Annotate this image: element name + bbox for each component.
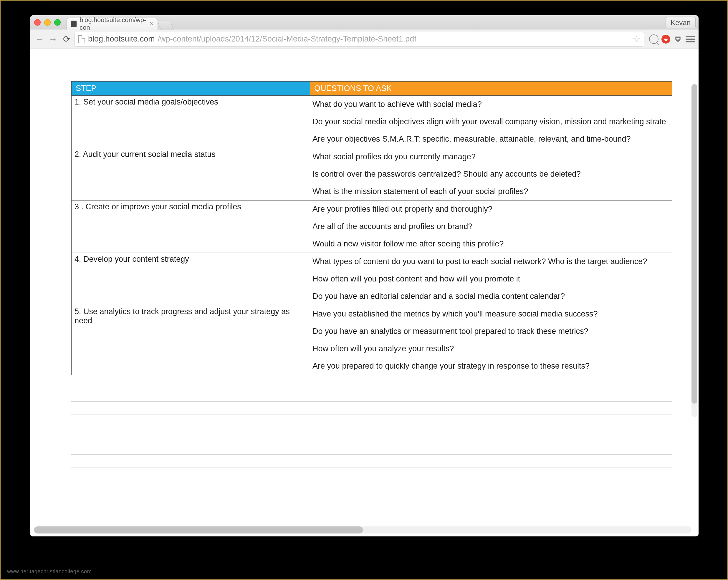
table-row-questions: Are your profiles filled out properly an… [310,201,672,253]
titlebar: blog.hootsuite.com/wp-con × Kevan [30,15,699,29]
horizontal-scroll-thumb[interactable] [34,526,363,533]
question-line: Do you have an editorial calendar and a … [310,288,672,305]
table-row-step: 3 . Create or improve your social media … [72,201,310,253]
forward-button[interactable]: → [47,33,59,45]
vertical-scrollbar[interactable] [692,84,697,417]
browser-tab[interactable]: blog.hootsuite.com/wp-con × [67,18,158,30]
table-row-step: 5. Use analytics to track progress and a… [72,305,310,375]
question-line: How often will you post content and how … [310,270,672,288]
question-line: Have you established the metrics by whic… [310,305,672,323]
url-path: /wp-content/uploads/2014/12/Social-Media… [158,34,416,44]
question-line: What types of content do you want to pos… [310,253,672,270]
question-line: Are your objectives S.M.A.R.T: specific,… [310,130,672,148]
question-line: How often will you analyze your results? [310,340,672,358]
address-bar[interactable]: blog.hootsuite.com/wp-content/uploads/20… [74,32,644,47]
empty-row [71,415,672,428]
table-row-questions: What social profiles do you currently ma… [310,148,672,201]
tab-close-button[interactable]: × [150,20,153,28]
question-line: Do you have an analytics or measurment t… [310,323,672,340]
question-line: Are you prepared to quickly change your … [310,358,672,375]
back-button[interactable]: ← [33,33,45,45]
site-info-icon[interactable] [78,35,85,43]
tab-favicon [71,21,77,27]
header-step: STEP [72,82,310,96]
pocket-extension-icon[interactable] [673,34,683,44]
toolbar: ← → ⟳ blog.hootsuite.com/wp-content/uplo… [30,29,699,49]
url-host: blog.hootsuite.com [88,34,155,44]
horizontal-scrollbar[interactable] [34,526,692,533]
empty-row [71,375,672,388]
page-viewport: STEP QUESTIONS TO ASK 1. Set your social… [30,49,699,536]
table-row-step: 2. Audit your current social media statu… [72,148,310,201]
question-line: Are all of the accounts and profiles on … [310,218,672,235]
window-minimize-button[interactable] [44,19,51,26]
empty-row [71,454,672,468]
profile-badge[interactable]: Kevan [666,17,696,28]
watermark: www.heritagechristiancollege.com [7,569,92,575]
bookmark-star-icon[interactable]: ☆ [632,34,641,44]
new-tab-button[interactable] [157,21,174,30]
empty-row [71,402,672,415]
question-line: Do your social media objectives align wi… [310,113,672,130]
header-questions: QUESTIONS TO ASK [310,82,672,96]
question-line: Would a new visitor follow me after seei… [310,235,672,253]
question-line: Is control over the passwords centralize… [310,165,672,183]
empty-row [71,441,672,454]
question-line: What social profiles do you currently ma… [310,148,672,165]
empty-row [71,481,672,494]
window-close-button[interactable] [34,19,41,26]
ublock-extension-icon[interactable] [661,35,670,44]
empty-row [71,388,672,402]
chrome-menu-button[interactable] [685,36,695,43]
question-line: What is the mission statement of each of… [310,183,672,200]
table-row-questions: What do you want to achieve with social … [310,96,672,148]
vertical-scroll-thumb[interactable] [692,84,697,404]
tab-title: blog.hootsuite.com/wp-con [79,16,147,31]
reload-button[interactable]: ⟳ [61,33,73,45]
question-line: Are your profiles filled out properly an… [310,201,672,218]
window-maximize-button[interactable] [54,19,61,26]
browser-window: blog.hootsuite.com/wp-con × Kevan ← → ⟳ … [30,15,699,536]
empty-row [71,468,672,481]
table-row-questions: Have you established the metrics by whic… [310,305,672,375]
question-line: What do you want to achieve with social … [310,96,672,113]
table-row-step: 4. Develop your content strategy [72,253,310,305]
table-row-step: 1. Set your social media goals/objective… [72,96,310,148]
table-row-questions: What types of content do you want to pos… [310,253,672,305]
zoom-icon[interactable] [649,34,658,44]
strategy-table: STEP QUESTIONS TO ASK 1. Set your social… [71,81,672,375]
empty-row [71,428,672,441]
